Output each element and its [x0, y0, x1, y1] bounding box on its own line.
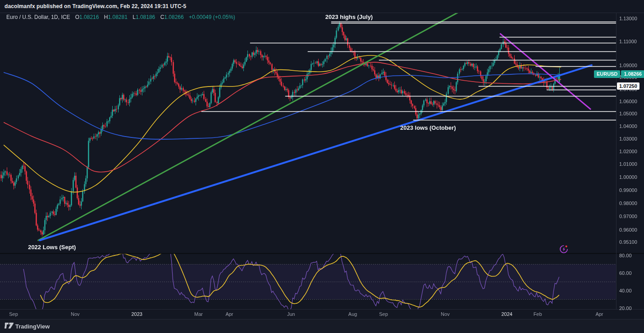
- price-axis-tick: 0.97000: [619, 214, 637, 219]
- price-axis-tick: 1.13000: [619, 16, 637, 21]
- close-label: C: [160, 14, 164, 20]
- published-info-text: dacolmanfx published on TradingView.com,…: [5, 0, 186, 13]
- time-axis-tick: Apr: [595, 311, 603, 317]
- time-axis-tick: Mar: [194, 311, 203, 317]
- low-label: L: [132, 14, 136, 20]
- low-value: 1.08186: [136, 14, 155, 20]
- tradingview-logo-icon[interactable]: [5, 323, 14, 330]
- price-axis-tick: 1.09000: [619, 63, 637, 68]
- time-axis-tick: Feb: [534, 311, 542, 317]
- current-price-value: 1.08266: [621, 70, 644, 78]
- price-axis-tick: 0.99000: [619, 187, 637, 193]
- price-axis-tick: 1.01000: [619, 161, 637, 167]
- time-axis-tick: Aug: [348, 311, 357, 317]
- high-value: 1.08281: [108, 14, 127, 20]
- rsi-axis-tick: 40.00: [619, 288, 632, 293]
- price-axis-tick: 1.00000: [619, 174, 637, 180]
- price-axis-tick: 0.95100: [619, 239, 637, 245]
- open-label: O: [75, 14, 79, 20]
- price-chart-canvas[interactable]: [0, 0, 644, 333]
- price-axis-tick: 1.02000: [619, 149, 637, 154]
- publish-header-bar: dacolmanfx published on TradingView.com,…: [0, 0, 644, 13]
- time-axis-tick: Sep: [379, 311, 388, 317]
- annotation-2023-lows: 2023 lows (October): [400, 124, 456, 131]
- flash-idea-icon[interactable]: [559, 244, 569, 254]
- rsi-axis-tick: 60.00: [619, 270, 632, 276]
- tradingview-published-chart: dacolmanfx published on TradingView.com,…: [0, 0, 644, 333]
- price-axis-tick: 1.11000: [619, 39, 637, 44]
- annotation-2022-lows: 2022 Lows (Sept): [28, 244, 76, 251]
- time-axis-tick: Jun: [287, 311, 295, 317]
- price-axis-tick: 0.98000: [619, 201, 637, 206]
- price-axis-tick: 1.03000: [619, 136, 637, 141]
- time-axis-tick: Nov: [71, 311, 80, 317]
- close-value: 1.08266: [164, 14, 183, 20]
- time-axis-tick: Nov: [441, 311, 450, 317]
- current-price-label: EURUSD 1.08266: [594, 70, 644, 78]
- time-axis-tick: Apr: [225, 311, 233, 317]
- open-value: 1.08216: [79, 14, 99, 20]
- price-axis-tick: 1.04000: [619, 123, 637, 129]
- symbol-title: Euro / U.S. Dollar, 1D, ICE: [6, 14, 70, 20]
- rsi-axis-tick: 20.00: [619, 306, 632, 311]
- current-price-symbol: EURUSD: [594, 70, 620, 78]
- annotation-2023-highs: 2023 highs (July): [325, 14, 373, 20]
- time-axis-tick: Sep: [9, 311, 18, 317]
- price-axis-tick: 1.06000: [619, 99, 637, 104]
- level-price-label: 1.07250: [617, 82, 639, 90]
- footer-bar: TradingView: [0, 319, 644, 333]
- price-axis-tick: 0.96000: [619, 227, 637, 233]
- price-axis-tick: 1.05000: [619, 111, 637, 116]
- tradingview-brand-text[interactable]: TradingView: [15, 319, 50, 333]
- change-value: +0.00049 (+0.05%): [189, 14, 235, 20]
- time-axis-tick: 2024: [501, 311, 512, 317]
- rsi-axis-tick: 80.00: [619, 253, 632, 258]
- time-axis-tick: 2023: [131, 311, 142, 317]
- symbol-legend[interactable]: Euro / U.S. Dollar, 1D, ICE O1.08216 H1.…: [6, 14, 239, 20]
